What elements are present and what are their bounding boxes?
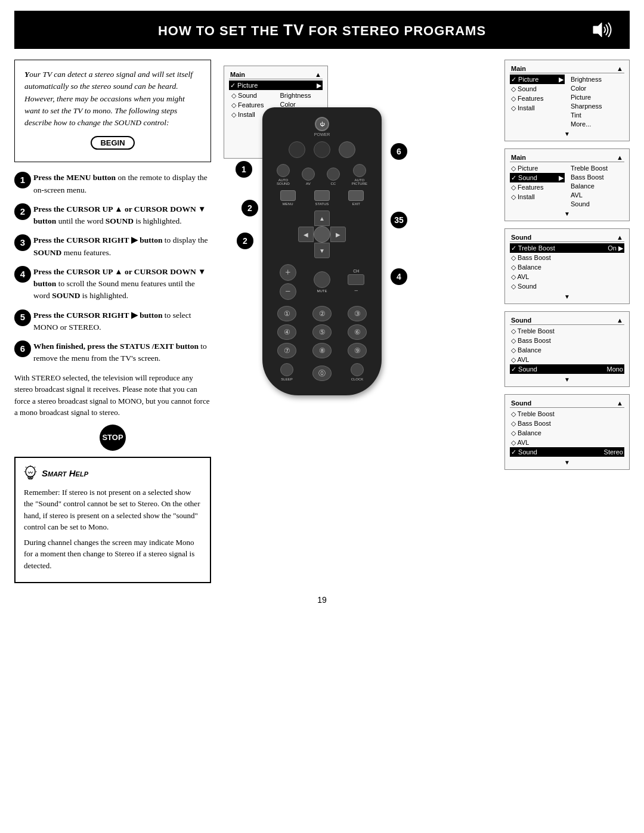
svg-line-7	[35, 467, 35, 467]
intro-text: Your TV can detect a stereo signal and w…	[24, 69, 201, 129]
auto-sound-btn[interactable]: AUTOSOUND	[277, 164, 290, 185]
circle-btn-3[interactable]	[339, 141, 355, 158]
dpad-up[interactable]: ▲	[314, 210, 330, 226]
step-2-num: 2	[14, 203, 31, 220]
clock-btn[interactable]: CLOCK	[351, 363, 364, 381]
step-5: 5 Press the CURSOR RIGHT ▶ button to sel…	[14, 309, 211, 334]
vol-minus-btn[interactable]: −	[280, 283, 296, 300]
page-title: How to Set the TV for Stereo Programs	[56, 21, 588, 39]
stereo-description: With STEREO selected, the television wil…	[14, 372, 211, 419]
btn-5[interactable]: ⑤	[312, 324, 332, 340]
ch-minus-indicator: −	[354, 286, 358, 295]
cc-btn[interactable]: CC	[327, 168, 340, 185]
intro-box: Your TV can detect a stereo signal and w…	[14, 60, 211, 162]
step-3-num: 3	[14, 234, 31, 251]
smart-help-header: Smart Help	[24, 465, 202, 482]
btn-7[interactable]: ⑦	[277, 343, 296, 358]
status-btn[interactable]: STATUS	[314, 190, 330, 206]
dpad-left[interactable]: ◀	[298, 227, 314, 242]
smart-help-box: Smart Help Remember: If stereo is not pr…	[14, 457, 211, 584]
center-panel: Main▲ ✓ Picture▶ ◇ Sound ◇ Features ◇ In…	[221, 60, 495, 477]
remote-control: 1 2 2 4 6 35 ⏻ POWER	[259, 107, 385, 395]
step-4: 4 Press the CURSOR UP ▲ or CURSOR DOWN ▼…	[14, 266, 211, 302]
begin-badge: BEGIN	[91, 136, 134, 150]
power-label: POWER	[271, 132, 373, 137]
bulb-icon	[24, 465, 37, 482]
sound-icon	[588, 18, 618, 42]
btn-9[interactable]: ⑨	[348, 343, 367, 358]
btn-1[interactable]: ①	[277, 306, 296, 321]
step-6-num: 6	[14, 340, 31, 357]
mute-btn[interactable]	[314, 271, 330, 288]
callout-1: 1	[236, 161, 252, 178]
page-number: 19	[0, 595, 644, 605]
svg-rect-0	[589, 18, 617, 41]
btn-8[interactable]: ⑧	[312, 343, 332, 358]
step-1: 1 Press the MENU button on the remote to…	[14, 172, 211, 196]
callout-4: 4	[391, 268, 407, 285]
dpad-right[interactable]: ▶	[330, 227, 346, 242]
btn-2[interactable]: ②	[312, 306, 332, 321]
circle-btn-2[interactable]	[314, 141, 330, 158]
ch-label: CH	[353, 269, 359, 273]
smart-help-text2: During channel changes the screen may in…	[24, 537, 202, 572]
callout-2b: 2	[237, 233, 253, 249]
btn-4[interactable]: ④	[277, 324, 296, 340]
menu-btn[interactable]: MENU	[280, 190, 296, 206]
btn-0[interactable]: ⓪	[312, 366, 332, 381]
menu-box-main: Main▲ ✓ Picture▶ ◇ Sound ◇ Features ◇ In…	[504, 60, 630, 141]
exit-btn[interactable]: EXIT	[348, 190, 364, 206]
ch-up-btn[interactable]	[348, 274, 364, 285]
av-btn[interactable]: AV	[302, 168, 315, 185]
btn-6[interactable]: ⑥	[348, 324, 367, 340]
auto-picture-btn[interactable]: AUTOPICTURE	[352, 164, 367, 185]
smart-help-title: Smart Help	[42, 468, 88, 478]
step-1-num: 1	[14, 172, 31, 188]
menu-box-treble-boost: Sound▲ ✓ Treble BoostOn ▶ ◇ Bass Boost ◇…	[504, 228, 630, 304]
dpad-down[interactable]: ▼	[314, 243, 330, 258]
left-panel: Your TV can detect a stereo signal and w…	[14, 60, 211, 583]
stop-badge: STOP	[14, 425, 211, 451]
steps-container: 1 Press the MENU button on the remote to…	[14, 172, 211, 364]
step-4-num: 4	[14, 266, 31, 283]
page-header: How to Set the TV for Stereo Programs	[14, 11, 630, 49]
menu-box-sound-stereo: Sound▲ ◇ Treble Boost ◇ Bass Boost ◇ Bal…	[504, 394, 630, 470]
menu-box-sound-selected: Main▲ ◇ Picture ✓ Sound▶ ◇ Features ◇ In…	[504, 148, 630, 221]
vol-plus-btn[interactable]: +	[280, 264, 296, 281]
smart-help-text1: Remember: If stereo is not present on a …	[24, 487, 202, 533]
menu-box-sound-mono: Sound▲ ◇ Treble Boost ◇ Bass Boost ◇ Bal…	[504, 311, 630, 387]
sleep-btn[interactable]: SLEEP	[280, 363, 293, 381]
callout-6: 6	[391, 143, 407, 160]
svg-line-6	[26, 467, 26, 467]
circle-btn-1[interactable]	[289, 141, 305, 158]
stop-icon: STOP	[100, 425, 126, 451]
callout-3-5: 35	[391, 212, 407, 228]
dpad-center[interactable]	[314, 226, 330, 243]
right-panel: Main▲ ✓ Picture▶ ◇ Sound ◇ Features ◇ In…	[504, 60, 630, 470]
step-2: 2 Press the CURSOR UP ▲ or CURSOR DOWN ▼…	[14, 203, 211, 228]
mute-label: MUTE	[314, 289, 330, 293]
power-button[interactable]: ⏻	[315, 117, 329, 131]
btn-3[interactable]: ③	[348, 306, 367, 321]
callout-2a: 2	[242, 200, 258, 216]
step-5-num: 5	[14, 309, 31, 326]
step-3: 3 Press the CURSOR RIGHT ▶ button to dis…	[14, 234, 211, 259]
svg-line-13	[32, 472, 33, 473]
step-6: 6 When finished, press the STATUS /EXIT …	[14, 340, 211, 365]
